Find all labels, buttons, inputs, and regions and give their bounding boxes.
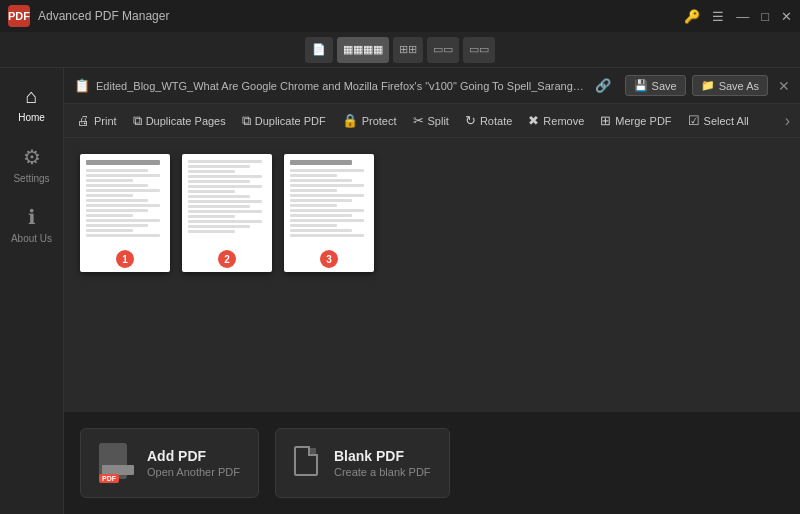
about-icon: ℹ: [28, 205, 36, 229]
duplicate-pages-icon: ⧉: [133, 113, 142, 129]
page-number-3: 3: [320, 250, 338, 268]
sidebar-item-settings-label: Settings: [13, 173, 49, 184]
page-number-2: 2: [218, 250, 236, 268]
split-button[interactable]: ✂ Split: [406, 108, 456, 134]
duplicate-pdf-label: Duplicate PDF: [255, 115, 326, 127]
app-logo: PDF: [8, 5, 30, 27]
add-pdf-subtitle: Open Another PDF: [147, 466, 240, 478]
rotate-icon: ↻: [465, 113, 476, 128]
add-pdf-icon: PDF: [99, 443, 135, 483]
save-as-icon: 📁: [701, 79, 715, 92]
print-icon: 🖨: [77, 113, 90, 128]
sidebar-item-home-label: Home: [18, 112, 45, 123]
filename: Edited_Blog_WTG_What Are Google Chrome a…: [96, 80, 589, 92]
filebar: 📋 Edited_Blog_WTG_What Are Google Chrome…: [64, 68, 800, 104]
blank-pdf-subtitle: Create a blank PDF: [334, 466, 431, 478]
rotate-label: Rotate: [480, 115, 512, 127]
sidebar-item-about[interactable]: ℹ About Us: [4, 196, 60, 252]
split-label: Split: [428, 115, 449, 127]
key-icon[interactable]: 🔑: [684, 10, 700, 23]
menu-icon[interactable]: ☰: [712, 10, 724, 23]
file-icon: 📋: [74, 78, 90, 93]
duplicate-pdf-icon: ⧉: [242, 113, 251, 129]
tab-1[interactable]: 📄: [305, 37, 333, 63]
sidebar-item-settings[interactable]: ⚙ Settings: [4, 136, 60, 192]
save-as-button[interactable]: 📁 Save As: [692, 75, 768, 96]
pdf-page-3[interactable]: 3: [284, 154, 374, 272]
protect-icon: 🔒: [342, 113, 358, 128]
rotate-button[interactable]: ↻ Rotate: [458, 108, 519, 134]
remove-button[interactable]: ✖ Remove: [521, 108, 591, 134]
tab-3[interactable]: ⊞⊞: [393, 37, 423, 63]
blank-pdf-icon: [294, 446, 322, 480]
pdf-viewer: 1: [64, 138, 800, 412]
sidebar-item-about-label: About Us: [11, 233, 52, 244]
app-title: Advanced PDF Manager: [38, 9, 169, 23]
select-all-icon: ☑: [688, 113, 700, 128]
print-label: Print: [94, 115, 117, 127]
toolbar-more-button[interactable]: ›: [781, 112, 794, 130]
save-icon: 💾: [634, 79, 648, 92]
print-button[interactable]: 🖨 Print: [70, 108, 124, 134]
split-icon: ✂: [413, 113, 424, 128]
sidebar: ⌂ Home ⚙ Settings ℹ About Us: [0, 68, 64, 514]
file-link-icon: 🔗: [595, 78, 611, 93]
tabbar: 📄 ▦▦▦▦ ⊞⊞ ▭▭ ▭▭: [0, 32, 800, 68]
tab-4[interactable]: ▭▭: [427, 37, 459, 63]
duplicate-pdf-button[interactable]: ⧉ Duplicate PDF: [235, 108, 333, 134]
merge-pdf-icon: ⊞: [600, 113, 611, 128]
save-as-label: Save As: [719, 80, 759, 92]
page-number-1: 1: [116, 250, 134, 268]
duplicate-pages-label: Duplicate Pages: [146, 115, 226, 127]
save-label: Save: [652, 80, 677, 92]
merge-pdf-label: Merge PDF: [615, 115, 671, 127]
titlebar-controls: 🔑 ☰ — □ ✕: [684, 10, 792, 23]
save-button[interactable]: 💾 Save: [625, 75, 686, 96]
merge-pdf-button[interactable]: ⊞ Merge PDF: [593, 108, 678, 134]
pdf-page-1[interactable]: 1: [80, 154, 170, 272]
titlebar: PDF Advanced PDF Manager 🔑 ☰ — □ ✕: [0, 0, 800, 32]
remove-icon: ✖: [528, 113, 539, 128]
home-icon: ⌂: [25, 85, 37, 108]
add-pdf-card[interactable]: PDF Add PDF Open Another PDF: [80, 428, 259, 498]
select-all-button[interactable]: ☑ Select All: [681, 108, 756, 134]
titlebar-left: PDF Advanced PDF Manager: [8, 5, 169, 27]
protect-label: Protect: [362, 115, 397, 127]
close-file-button[interactable]: ✕: [778, 78, 790, 94]
minimize-button[interactable]: —: [736, 10, 749, 23]
blank-pdf-title: Blank PDF: [334, 448, 431, 464]
tab-2[interactable]: ▦▦▦▦: [337, 37, 389, 63]
duplicate-pages-button[interactable]: ⧉ Duplicate Pages: [126, 108, 233, 134]
tab-5[interactable]: ▭▭: [463, 37, 495, 63]
sidebar-item-home[interactable]: ⌂ Home: [4, 76, 60, 132]
select-all-label: Select All: [704, 115, 749, 127]
pdf-page-2[interactable]: 2: [182, 154, 272, 272]
settings-icon: ⚙: [23, 145, 41, 169]
toolbar: 🖨 Print ⧉ Duplicate Pages ⧉ Duplicate PD…: [64, 104, 800, 138]
main-layout: ⌂ Home ⚙ Settings ℹ About Us 📋 Edited_Bl…: [0, 68, 800, 514]
content: 📋 Edited_Blog_WTG_What Are Google Chrome…: [64, 68, 800, 514]
remove-label: Remove: [543, 115, 584, 127]
blank-pdf-text: Blank PDF Create a blank PDF: [334, 448, 431, 478]
add-pdf-title: Add PDF: [147, 448, 240, 464]
close-button[interactable]: ✕: [781, 10, 792, 23]
add-pdf-text: Add PDF Open Another PDF: [147, 448, 240, 478]
maximize-button[interactable]: □: [761, 10, 769, 23]
bottom-area: PDF Add PDF Open Another PDF Blank PDF C…: [64, 412, 800, 514]
protect-button[interactable]: 🔒 Protect: [335, 108, 404, 134]
blank-pdf-card[interactable]: Blank PDF Create a blank PDF: [275, 428, 450, 498]
